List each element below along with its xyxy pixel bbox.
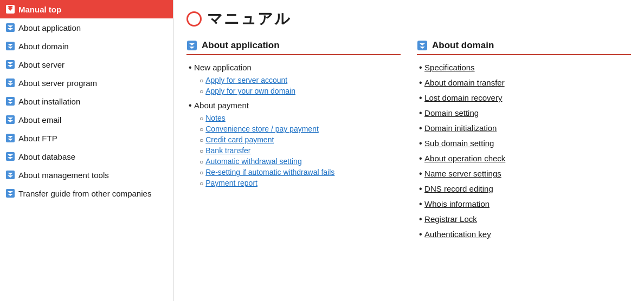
list-item-link[interactable]: Sub domain setting [424,139,494,148]
list-item-link[interactable]: Name server settings [424,169,501,178]
sidebar-arrow-icon [5,188,15,198]
sidebar-arrow-icon [5,23,15,32]
list-item: About operation check [417,154,631,163]
sidebar-arrow-icon [5,41,15,51]
sidebar-item-label: About email [18,115,61,125]
sub-list-item: Automatic withdrawal setting [199,157,401,166]
list-item-label: New application [194,63,252,72]
list-item-label: About payment [194,101,249,110]
section-about-application: About applicationNew applicationApply fo… [186,40,401,245]
list-item: Whois information [417,199,631,209]
sub-list-item: Apply for server account [199,76,401,84]
sidebar-arrow-icon [5,78,15,88]
list-item-link[interactable]: Domain setting [424,108,479,117]
sidebar-item-about-email[interactable]: About email [0,110,173,129]
sidebar-item-about-installation[interactable]: About installation [0,92,173,110]
sidebar-arrow-icon [5,60,15,69]
sidebar-item-label: Transfer guide from other companies [18,189,151,198]
sub-list-item: Payment report [199,179,401,187]
section-title-text: About application [202,40,280,51]
sidebar-arrow-icon [5,96,15,106]
sidebar-item-about-server[interactable]: About server [0,55,173,74]
sub-list-link[interactable]: Apply for your own domain [205,87,295,95]
sidebar-item-label: About server [18,60,65,69]
sidebar-item-about-server-program[interactable]: About server program [0,74,173,92]
sidebar-arrow-icon [5,4,15,14]
sidebar-arrow-icon [5,115,15,125]
sidebar-item-label: About management tools [18,171,109,180]
sub-list-link[interactable]: Payment report [205,179,257,187]
sidebar-item-label: About FTP [18,134,57,143]
list-item: Name server settings [417,169,631,179]
logo: マニュアル [186,9,631,29]
sidebar-item-about-ftp[interactable]: About FTP [0,129,173,147]
section-title-icon [417,40,428,51]
logo-circle-icon [186,11,202,27]
sidebar-arrow-icon [5,170,15,180]
sub-list-link[interactable]: Credit card payment [205,135,274,144]
sidebar-item-label: About domain [18,42,69,51]
sidebar: Manual top About application About domai… [0,0,173,301]
section-title-icon [186,40,197,51]
section-title-about-domain: About domain [417,40,631,55]
sub-list-link[interactable]: Re-setting if automatic withdrawal fails [205,168,334,176]
list-item-link[interactable]: DNS record editing [424,184,493,193]
list-item: Lost domain recovery [417,93,631,103]
sidebar-item-about-database[interactable]: About database [0,147,173,166]
list-item: New applicationApply for server accountA… [186,63,401,95]
list-item: Specifications [417,63,631,73]
list-item-link[interactable]: Authentication key [424,230,491,239]
list-item-link[interactable]: About domain transfer [424,78,505,87]
sub-list: Apply for server accountApply for your o… [189,76,401,95]
sidebar-item-about-management-tools[interactable]: About management tools [0,166,173,184]
sub-list-link[interactable]: Convenience store / pay payment [205,125,319,133]
sidebar-arrow-icon [5,152,15,161]
sub-list-item: Bank transfer [199,146,401,155]
list-item: Domain initialization [417,123,631,133]
list-item-link[interactable]: Lost domain recovery [424,93,502,102]
sidebar-item-manual-top[interactable]: Manual top [0,0,173,18]
list-item: Domain setting [417,108,631,118]
sub-list-item: Re-setting if automatic withdrawal fails [199,168,401,176]
section-list: SpecificationsAbout domain transferLost … [417,63,631,239]
list-item-link[interactable]: Domain initialization [424,123,497,133]
sub-list-link[interactable]: Apply for server account [205,76,287,84]
list-item: Authentication key [417,230,631,239]
logo-text: マニュアル [207,9,291,29]
section-list: New applicationApply for server accountA… [186,63,401,187]
list-item: Sub domain setting [417,139,631,148]
sidebar-item-about-domain[interactable]: About domain [0,37,173,55]
list-item: Registrar Lock [417,214,631,224]
sub-list: NotesConvenience store / pay paymentCred… [189,114,401,187]
sub-list-link[interactable]: Bank transfer [205,146,250,155]
sidebar-item-label: About application [18,23,81,32]
sidebar-item-label: Manual top [18,5,61,14]
list-item-link[interactable]: About operation check [424,154,505,163]
list-item-link[interactable]: Specifications [424,63,475,72]
sub-list-item: Credit card payment [199,135,401,144]
sub-list-item: Convenience store / pay payment [199,125,401,133]
main-content: マニュアル About applicationNew applicationAp… [173,0,644,301]
sidebar-item-label: About server program [18,78,97,88]
list-item: DNS record editing [417,184,631,194]
list-item: About domain transfer [417,78,631,88]
sub-list-item: Apply for your own domain [199,87,401,95]
content-columns: About applicationNew applicationApply fo… [186,40,631,245]
list-item-link[interactable]: Whois information [424,199,490,208]
section-title-about-application: About application [186,40,401,55]
sidebar-item-label: About installation [18,97,80,106]
section-about-domain: About domainSpecificationsAbout domain t… [417,40,631,245]
sidebar-arrow-icon [5,133,15,143]
sidebar-item-transfer-guide[interactable]: Transfer guide from other companies [0,184,173,202]
section-title-text: About domain [432,40,494,51]
sub-list-link[interactable]: Notes [205,114,226,122]
sidebar-item-label: About database [18,152,75,161]
sidebar-item-about-application[interactable]: About application [0,18,173,37]
sub-list-link[interactable]: Automatic withdrawal setting [205,157,301,166]
sub-list-item: Notes [199,114,401,122]
list-item: About paymentNotesConvenience store / pa… [186,101,401,187]
list-item-link[interactable]: Registrar Lock [424,214,477,224]
